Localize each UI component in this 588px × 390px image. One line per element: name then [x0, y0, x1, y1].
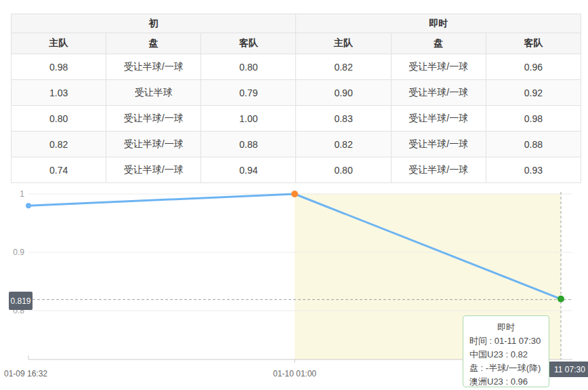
- tooltip-line: 澳洲U23 : 0.96: [469, 375, 543, 389]
- odds-cell: 0.90: [296, 80, 391, 106]
- tooltip-title: 即时: [469, 321, 543, 334]
- odds-cell: 受让半球/一球: [106, 54, 201, 80]
- odds-cell: 0.98: [486, 106, 581, 132]
- y-axis-pointer-badge: 0.819: [9, 292, 33, 310]
- x-axis-pointer-badge: 11 07:30: [549, 362, 588, 377]
- odds-cell: 受让半球/一球: [391, 132, 486, 157]
- chart-tooltip: 即时 时间 : 01-11 07:30 中国U23 : 0.82 盘 : -半球…: [463, 315, 549, 387]
- data-point[interactable]: [291, 191, 298, 197]
- odds-cell: 0.88: [201, 132, 296, 157]
- tooltip-line: 中国U23 : 0.82: [469, 348, 543, 362]
- odds-table: 初 即时 主队盘客队主队盘客队 0.98受让半球/一球0.800.82受让半球/…: [11, 14, 581, 183]
- odds-cell: 0.82: [12, 132, 106, 157]
- table-row: 0.82受让半球/一球0.880.82受让半球/一球0.88: [12, 132, 581, 157]
- column-header: 客队: [486, 33, 581, 54]
- odds-cell: 0.96: [486, 54, 581, 80]
- odds-cell: 0.79: [201, 80, 296, 106]
- odds-cell: 0.82: [296, 132, 391, 157]
- odds-page: 初 即时 主队盘客队主队盘客队 0.98受让半球/一球0.800.82受让半球/…: [0, 0, 588, 390]
- odds-cell: 0.92: [486, 80, 581, 106]
- odds-cell: 0.82: [296, 54, 391, 80]
- table-row: 0.80受让半球/一球1.000.83受让半球/一球0.98: [12, 106, 581, 132]
- x-axis-label: 01-10 01:00: [273, 369, 316, 378]
- group-header-live: 即时: [296, 14, 581, 33]
- odds-cell: 受让半球/一球: [391, 157, 486, 183]
- odds-cell: 0.80: [201, 54, 296, 80]
- table-column-header-row: 主队盘客队主队盘客队: [12, 33, 581, 54]
- odds-chart[interactable]: 10.90.8 01-09 16:3201-10 01:00 0.819 11 …: [0, 180, 588, 390]
- odds-cell: 1.03: [12, 80, 106, 106]
- odds-cell: 0.94: [201, 157, 296, 183]
- column-header: 客队: [201, 33, 296, 54]
- column-header: 主队: [296, 33, 391, 54]
- odds-cell: 0.74: [12, 157, 106, 183]
- odds-cell: 受让半球/一球: [106, 132, 201, 157]
- tooltip-line: 时间 : 01-11 07:30: [469, 334, 543, 348]
- odds-cell: 1.00: [201, 106, 296, 132]
- column-header: 盘: [106, 33, 201, 54]
- odds-cell: 0.83: [296, 106, 391, 132]
- data-point[interactable]: [558, 296, 564, 303]
- odds-cell: 0.80: [12, 106, 106, 132]
- odds-cell: 0.80: [296, 157, 391, 183]
- odds-cell: 0.93: [486, 157, 581, 183]
- odds-cell: 受让半球/一球: [106, 157, 201, 183]
- table-row: 0.98受让半球/一球0.800.82受让半球/一球0.96: [12, 54, 581, 80]
- odds-cell: 受让半球: [106, 80, 201, 106]
- table-group-header-row: 初 即时: [12, 14, 581, 33]
- odds-cell: 0.98: [12, 54, 106, 80]
- x-axis-label: 01-09 16:32: [4, 369, 47, 378]
- odds-cell: 受让半球/一球: [391, 80, 486, 106]
- y-axis-label: 0.9: [1, 248, 24, 257]
- odds-cell: 受让半球/一球: [106, 106, 201, 132]
- y-axis-label: 1: [1, 189, 24, 199]
- odds-cell: 受让半球/一球: [391, 54, 486, 80]
- column-header: 盘: [391, 33, 486, 54]
- table-row: 0.74受让半球/一球0.940.80受让半球/一球0.93: [12, 157, 581, 183]
- tooltip-line: 盘 : -半球/一球(降): [469, 362, 543, 375]
- odds-cell: 受让半球/一球: [391, 106, 486, 132]
- odds-cell: 0.88: [486, 132, 581, 157]
- table-row: 1.03受让半球0.790.90受让半球/一球0.92: [12, 80, 581, 106]
- data-point[interactable]: [26, 203, 31, 208]
- group-header-initial: 初: [12, 14, 296, 33]
- column-header: 主队: [12, 33, 106, 54]
